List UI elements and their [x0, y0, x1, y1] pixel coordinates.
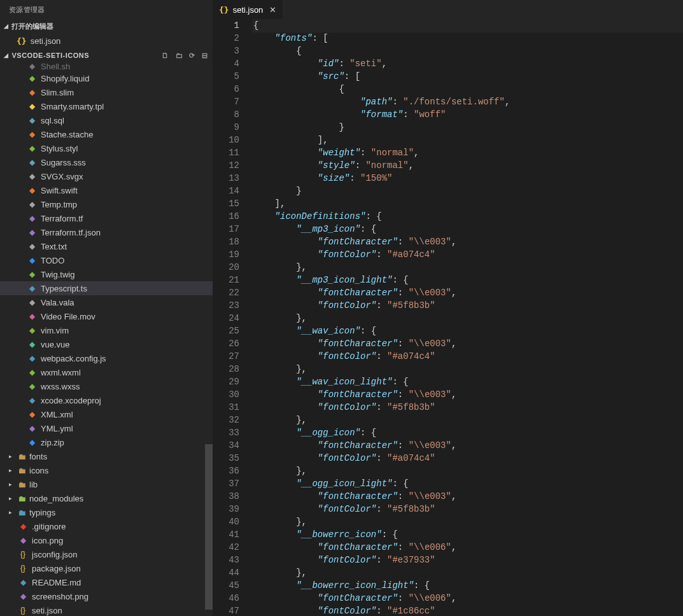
line-number: 6	[213, 83, 239, 95]
line-number: 11	[213, 146, 239, 159]
file-item[interactable]: ◆Stylus.styl	[0, 141, 213, 155]
file-item[interactable]: ◆webpack.config.js	[0, 351, 213, 365]
code-line: "fontColor": "#a074c4"	[253, 350, 683, 363]
explorer-sidebar: 资源管理器 ◢ 打开的编辑器 {} seti.json ◢ VSCODE-SET…	[0, 0, 213, 616]
folder-icon: 🖿	[18, 466, 26, 475]
scrollbar-thumb[interactable]	[205, 444, 213, 610]
file-item[interactable]: ◆YML.yml	[0, 421, 213, 435]
file-tree[interactable]: ◆Shell.sh ◆Shopify.liquid◆Slim.slim◆Smar…	[0, 62, 213, 616]
line-number: 46	[213, 592, 239, 605]
file-item[interactable]: ◆vue.vue	[0, 337, 213, 351]
file-item[interactable]: ◆vim.vim	[0, 323, 213, 337]
file-item[interactable]: ◆screenshot.png	[0, 589, 213, 603]
line-number: 10	[213, 134, 239, 146]
file-name: YML.yml	[41, 424, 73, 433]
folder-item[interactable]: ▸🖿icons	[0, 463, 213, 477]
file-item[interactable]: ◆XML.xml	[0, 407, 213, 421]
file-item[interactable]: ◆Temp.tmp	[0, 197, 213, 211]
file-item[interactable]: ◆Slim.slim	[0, 85, 213, 99]
line-number: 36	[213, 465, 239, 477]
open-editor-item[interactable]: {} seti.json	[0, 33, 213, 48]
line-number: 42	[213, 541, 239, 554]
folder-item[interactable]: ▸🖿typings	[0, 505, 213, 519]
file-item[interactable]: {}package.json	[0, 561, 213, 575]
refresh-icon[interactable]: ⟳	[189, 52, 195, 60]
file-type-icon: ◆	[27, 227, 37, 237]
line-number: 37	[213, 477, 239, 490]
file-item[interactable]: {}seti.json	[0, 603, 213, 616]
line-number: 39	[213, 503, 239, 515]
file-item[interactable]: {}jsconfig.json	[0, 547, 213, 561]
file-item[interactable]: ◆Typescript.ts	[0, 281, 213, 295]
code-line: "format": "woff"	[253, 108, 683, 121]
file-item[interactable]: ◆Shopify.liquid	[0, 71, 213, 85]
folder-name: typings	[29, 508, 55, 517]
folder-icon: 🖿	[18, 508, 26, 517]
new-folder-icon[interactable]: 🗀	[176, 52, 183, 60]
line-number: 15	[213, 197, 239, 210]
file-name: vim.vim	[41, 326, 69, 335]
file-item[interactable]: ◆Video File.mov	[0, 309, 213, 323]
file-name: Slim.slim	[41, 88, 74, 97]
file-item[interactable]: ◆Swift.swift	[0, 183, 213, 197]
file-item[interactable]: ◆xcode.xcodeproj	[0, 393, 213, 407]
collapse-icon[interactable]: ⊟	[202, 52, 208, 60]
folder-name: icons	[29, 466, 48, 475]
line-number: 23	[213, 299, 239, 312]
code-line: "fontColor": "#a074c4"	[253, 248, 683, 261]
file-item[interactable]: ◆Twig.twig	[0, 267, 213, 281]
file-name: Sugarss.sss	[41, 158, 86, 167]
new-file-icon[interactable]: 🗋	[162, 52, 169, 60]
code-line: {	[253, 19, 683, 32]
code-line: "__ogg_icon_light": {	[253, 477, 683, 490]
code-area[interactable]: 1234567891011121314151617181920212223242…	[213, 19, 683, 616]
file-type-icon: ◆	[27, 283, 37, 293]
line-number: 7	[213, 95, 239, 108]
code-line: "id": "seti",	[253, 57, 683, 70]
close-icon[interactable]: ✕	[269, 5, 276, 15]
folder-item[interactable]: ▸🖿fonts	[0, 449, 213, 463]
file-item[interactable]: ◆Vala.vala	[0, 295, 213, 309]
code-content[interactable]: { "fonts": [ { "id": "seti", "src": [ { …	[253, 19, 683, 616]
file-item[interactable]: ◆Text.txt	[0, 239, 213, 253]
file-type-icon: {}	[18, 549, 28, 559]
file-item[interactable]: ◆sql.sql	[0, 113, 213, 127]
line-number: 25	[213, 325, 239, 337]
file-item[interactable]: ◆Stache.stache	[0, 127, 213, 141]
chevron-down-icon: ◢	[4, 23, 8, 29]
line-number: 20	[213, 261, 239, 274]
file-name: screenshot.png	[32, 592, 88, 601]
code-line: "fontCharacter": "\\e003",	[253, 490, 683, 503]
file-item[interactable]: ◆zip.zip	[0, 435, 213, 449]
code-line: "__mp3_icon_light": {	[253, 274, 683, 286]
file-item[interactable]: ◆wxml.wxml	[0, 365, 213, 379]
file-name: TODO	[41, 256, 64, 265]
open-editors-header[interactable]: ◢ 打开的编辑器	[0, 19, 213, 33]
file-item[interactable]: ◆SVGX.svgx	[0, 169, 213, 183]
folder-item[interactable]: ▸🖿lib	[0, 477, 213, 491]
workspace-header[interactable]: ◢ VSCODE-SETI-ICONS 🗋 🗀 ⟳ ⊟	[0, 48, 213, 62]
file-name: Smarty.smarty.tpl	[41, 102, 104, 111]
workspace-actions: 🗋 🗀 ⟳ ⊟	[162, 52, 208, 60]
file-type-icon: ◆	[27, 62, 37, 71]
file-type-icon: ◆	[27, 241, 37, 251]
file-type-icon: ◆	[27, 311, 37, 321]
file-item[interactable]: ◆Smarty.smarty.tpl	[0, 99, 213, 113]
code-line: "fontColor": "#5f8b3b"	[253, 503, 683, 515]
code-line: "__wav_icon": {	[253, 325, 683, 337]
file-type-icon: ◆	[27, 213, 37, 223]
file-item[interactable]: ◆icon.png	[0, 533, 213, 547]
file-item[interactable]: ◆README.md	[0, 575, 213, 589]
file-item[interactable]: ◆.gitignore	[0, 519, 213, 533]
line-number: 9	[213, 121, 239, 134]
file-item[interactable]: ◆wxss.wxss	[0, 379, 213, 393]
file-item[interactable]: ◆Terraform.tf.json	[0, 225, 213, 239]
folder-icon: 🖿	[18, 494, 26, 503]
file-item[interactable]: ◆Shell.sh	[0, 62, 213, 71]
file-item[interactable]: ◆Terraform.tf	[0, 211, 213, 225]
file-type-icon: ◆	[27, 409, 37, 419]
folder-item[interactable]: ▸🖿node_modules	[0, 491, 213, 505]
file-item[interactable]: ◆TODO	[0, 253, 213, 267]
file-item[interactable]: ◆Sugarss.sss	[0, 155, 213, 169]
tab-seti-json[interactable]: {} seti.json ✕	[213, 0, 283, 19]
